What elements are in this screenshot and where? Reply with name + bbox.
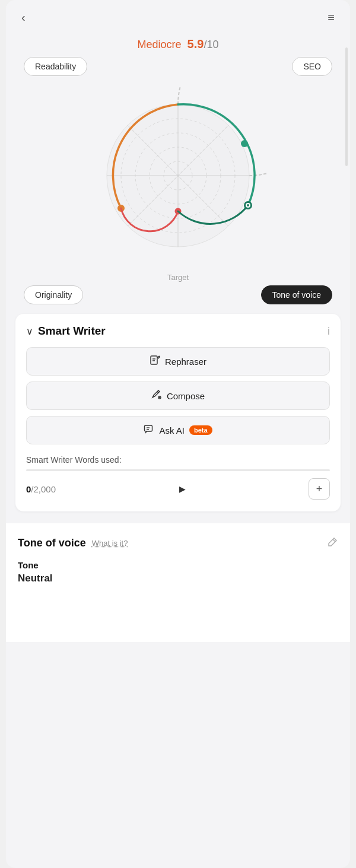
smart-writer-info-icon[interactable]: i xyxy=(328,325,330,338)
back-button[interactable]: ‹ xyxy=(17,8,30,27)
rephraser-button[interactable]: Rephraser xyxy=(26,347,330,376)
radar-chart xyxy=(89,87,267,265)
score-value: 5.9 xyxy=(187,37,204,50)
svg-point-10 xyxy=(241,140,248,147)
compose-icon xyxy=(151,389,162,402)
ask-ai-button[interactable]: Ask AI beta xyxy=(26,416,330,444)
tone-of-voice-section: Tone of voice What is it? Tone Neutral xyxy=(6,523,350,642)
score-label: Mediocre 5.9/10 xyxy=(138,39,219,50)
tone-header: Tone of voice What is it? xyxy=(18,536,338,549)
svg-rect-21 xyxy=(145,425,152,431)
tone-value: Neutral xyxy=(18,573,338,584)
smart-writer-title-group: ∨ Smart Writer xyxy=(26,325,106,338)
seo-button[interactable]: SEO xyxy=(292,57,332,76)
svg-line-24 xyxy=(333,539,335,542)
radar-chart-container xyxy=(18,81,338,271)
smart-writer-title: Smart Writer xyxy=(38,325,106,338)
app-container: ‹ ≡ Mediocre 5.9/10 Readability SEO xyxy=(6,0,350,868)
words-denom: /2,000 xyxy=(31,484,56,494)
top-bar: ‹ ≡ xyxy=(6,0,350,35)
cursor-icon: ▶ xyxy=(179,484,186,494)
tone-of-voice-button[interactable]: Tone of voice xyxy=(261,285,333,304)
radar-bottom-labels: Originality Tone of voice xyxy=(18,285,338,304)
tone-of-voice-title: Tone of voice xyxy=(18,537,86,549)
score-section: Mediocre 5.9/10 xyxy=(6,35,350,57)
tone-edit-icon[interactable] xyxy=(328,536,338,549)
smart-writer-usage: Smart Writer Words used: 0/2,000 ▶ + xyxy=(26,455,330,500)
ask-ai-label: Ask AI xyxy=(159,425,185,435)
originality-button[interactable]: Originality xyxy=(24,285,83,304)
compose-button[interactable]: Compose xyxy=(26,381,330,410)
words-row: 0/2,000 ▶ + xyxy=(26,478,330,500)
words-count: 0/2,000 xyxy=(26,484,56,494)
ask-ai-icon xyxy=(144,424,154,437)
target-label: Target xyxy=(18,273,338,282)
smart-writer-card: ∨ Smart Writer i Rephraser xyxy=(15,314,341,511)
add-words-button[interactable]: + xyxy=(309,478,330,500)
tone-label: Tone xyxy=(18,560,338,570)
svg-rect-15 xyxy=(151,356,157,364)
readability-button[interactable]: Readability xyxy=(24,57,87,76)
usage-label: Smart Writer Words used: xyxy=(26,455,330,465)
what-is-it-link[interactable]: What is it? xyxy=(92,539,128,548)
usage-progress-bar xyxy=(26,469,330,471)
compose-label: Compose xyxy=(167,391,205,401)
rephraser-label: Rephraser xyxy=(165,357,206,367)
beta-badge: beta xyxy=(189,425,212,435)
smart-writer-header: ∨ Smart Writer i xyxy=(26,325,330,338)
smart-writer-collapse-icon[interactable]: ∨ xyxy=(26,326,33,337)
svg-point-14 xyxy=(247,204,249,206)
menu-button[interactable]: ≡ xyxy=(323,8,339,27)
score-denom: /10 xyxy=(204,39,218,50)
rephraser-icon xyxy=(150,355,160,368)
radar-section: Readability SEO xyxy=(6,57,350,304)
radar-top-labels: Readability SEO xyxy=(18,57,338,76)
